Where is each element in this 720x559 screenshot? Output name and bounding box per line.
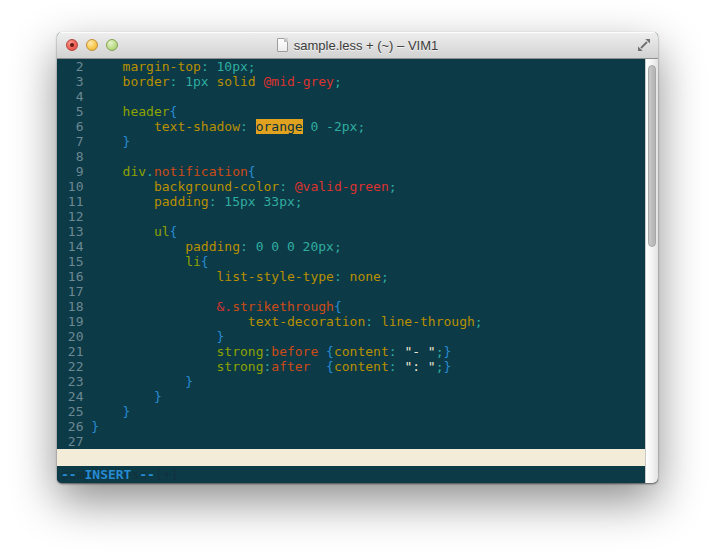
code-line[interactable]: 3 border: 1px solid @mid-grey;	[60, 74, 645, 89]
code-token	[209, 59, 217, 74]
code-area[interactable]: 2 margin-top: 10px;3 border: 1px solid @…	[57, 59, 645, 449]
code-token	[310, 359, 326, 374]
code-token: :	[201, 59, 209, 74]
code-line[interactable]: 21 strong:before {content: "- ";}	[60, 344, 645, 359]
code-token	[91, 389, 154, 404]
code-token	[91, 299, 216, 314]
code-text: }	[91, 329, 645, 344]
line-number: 4	[60, 89, 91, 104]
code-token: notification	[154, 164, 248, 179]
code-token: text-shadow	[154, 119, 240, 134]
code-text: li{	[91, 254, 645, 269]
line-number: 9	[60, 164, 91, 179]
code-line[interactable]: 16 list-style-type: none;	[60, 269, 645, 284]
code-text	[91, 89, 645, 104]
code-text	[91, 434, 645, 449]
desktop: sample.less + (~) – VIM1 2 margin-top: 1…	[0, 0, 720, 559]
line-number: 22	[60, 359, 91, 374]
code-token	[91, 404, 122, 419]
code-line[interactable]: 14 padding: 0 0 0 20px;	[60, 239, 645, 254]
code-token: :	[209, 194, 217, 209]
line-number: 11	[60, 194, 91, 209]
code-line[interactable]: 20 }	[60, 329, 645, 344]
code-line[interactable]: 23 }	[60, 374, 645, 389]
code-line[interactable]: 11 padding: 15px 33px;	[60, 194, 645, 209]
code-line[interactable]: 26}	[60, 419, 645, 434]
code-line[interactable]: 12	[60, 209, 645, 224]
window-title: sample.less + (~) – VIM1	[294, 38, 439, 53]
code-token	[248, 119, 256, 134]
code-token: ;	[381, 269, 389, 284]
code-line[interactable]: 13 ul{	[60, 224, 645, 239]
code-token	[287, 179, 295, 194]
line-number: 6	[60, 119, 91, 134]
code-token	[91, 254, 185, 269]
code-text	[91, 149, 645, 164]
code-token: ;	[334, 74, 342, 89]
code-token: strong	[217, 359, 264, 374]
code-token: :	[279, 179, 287, 194]
titlebar[interactable]: sample.less + (~) – VIM1	[57, 32, 658, 59]
code-line[interactable]: 19 text-decoration: line-through;	[60, 314, 645, 329]
line-number: 14	[60, 239, 91, 254]
code-token: strikethrough	[232, 299, 334, 314]
code-token: div	[123, 164, 146, 179]
code-line[interactable]: 9 div.notification{	[60, 164, 645, 179]
code-token: 1px	[185, 74, 208, 89]
code-line[interactable]: 25 }	[60, 404, 645, 419]
code-token: "- "	[404, 344, 435, 359]
mode-indicator: -- INSERT --	[57, 466, 645, 483]
code-token	[91, 194, 154, 209]
code-token: }	[91, 419, 99, 434]
document-proxy-icon[interactable]	[277, 38, 288, 52]
code-token	[91, 224, 154, 239]
fullscreen-icon[interactable]	[637, 38, 651, 52]
code-token	[91, 314, 248, 329]
code-line[interactable]: 2 margin-top: 10px;	[60, 59, 645, 74]
code-token: }	[185, 374, 193, 389]
code-token: .	[146, 164, 154, 179]
code-line[interactable]: 17	[60, 284, 645, 299]
code-line[interactable]: 10 background-color: @valid-green;	[60, 179, 645, 194]
code-line[interactable]: 4	[60, 89, 645, 104]
code-line[interactable]: 5 header{	[60, 104, 645, 119]
code-token: {	[326, 359, 334, 374]
code-line[interactable]: 18 &.strikethrough{	[60, 299, 645, 314]
scrollbar[interactable]	[645, 59, 658, 483]
code-text: margin-top: 10px;	[91, 59, 645, 74]
line-number: 23	[60, 374, 91, 389]
code-line[interactable]: 7 }	[60, 134, 645, 149]
code-token	[91, 74, 122, 89]
code-token: }	[217, 329, 225, 344]
scrollbar-thumb[interactable]	[648, 65, 656, 247]
code-token: 10px	[217, 59, 248, 74]
code-line[interactable]: 22 strong:after {content: ": ";}	[60, 359, 645, 374]
line-number: 10	[60, 179, 91, 194]
code-token: }	[154, 389, 162, 404]
code-token: ;	[436, 359, 444, 374]
code-token: content	[334, 344, 389, 359]
code-token: li	[185, 254, 201, 269]
line-number: 5	[60, 104, 91, 119]
code-token: ul	[154, 224, 170, 239]
code-token: ;	[248, 59, 256, 74]
code-token	[91, 179, 154, 194]
code-line[interactable]: 27	[60, 434, 645, 449]
vim-window: sample.less + (~) – VIM1 2 margin-top: 1…	[57, 32, 658, 483]
code-text	[91, 284, 645, 299]
code-token: :	[389, 344, 397, 359]
code-line[interactable]: 8	[60, 149, 645, 164]
code-line[interactable]: 15 li{	[60, 254, 645, 269]
code-line[interactable]: 6 text-shadow: orange 0 -2px;	[60, 119, 645, 134]
line-number: 19	[60, 314, 91, 329]
code-token: :	[240, 119, 248, 134]
code-token: -2px	[326, 119, 357, 134]
line-number: 26	[60, 419, 91, 434]
code-token: {	[326, 344, 334, 359]
code-token: margin-top	[123, 59, 201, 74]
code-text: }	[91, 374, 645, 389]
code-token	[248, 239, 256, 254]
code-token	[91, 374, 185, 389]
code-text: background-color: @valid-green;	[91, 179, 645, 194]
code-line[interactable]: 24 }	[60, 389, 645, 404]
